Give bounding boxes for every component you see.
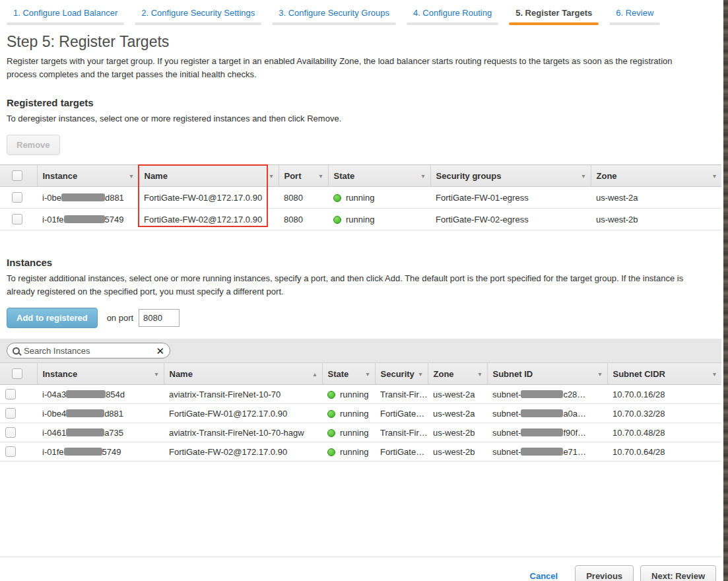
col-header-name[interactable]: Name▴ xyxy=(164,363,322,385)
subnet-id-cell: subnet-c28… xyxy=(487,385,607,404)
running-status-icon xyxy=(327,429,335,437)
search-box[interactable]: ✕ xyxy=(7,343,170,359)
row-checkbox[interactable] xyxy=(5,389,16,399)
state-cell: running xyxy=(322,442,375,461)
instance-id-cell: i-01fe5749 xyxy=(37,209,139,230)
row-checkbox[interactable] xyxy=(5,408,16,419)
security-group-cell: FortiGate-FW-01-egress xyxy=(430,187,591,209)
remove-button[interactable]: Remove xyxy=(7,135,60,155)
table-row[interactable]: i-0bed881 FortiGate-FW-01@172.17.0.90 80… xyxy=(0,187,721,209)
redaction-blob xyxy=(64,215,105,223)
clear-search-icon[interactable]: ✕ xyxy=(156,346,164,356)
window-edge-strip xyxy=(723,0,728,581)
col-header-port[interactable]: Port▾ xyxy=(279,165,328,187)
search-band: ✕ xyxy=(0,339,721,363)
next-review-button[interactable]: Next: Review xyxy=(640,565,716,581)
zone-cell: us-west-2b xyxy=(428,442,487,461)
row-checkbox[interactable] xyxy=(5,446,16,457)
col-header-zone[interactable]: Zone▾ xyxy=(428,363,487,385)
sort-caret-icon: ▾ xyxy=(154,370,158,378)
table-row[interactable]: i-0be4d881 FortiGate-FW-01@172.17.0.90 r… xyxy=(0,404,721,423)
security-group-cell: FortiGate-FW-02-egress xyxy=(430,209,591,230)
table-row[interactable]: i-01fe5749 FortiGate-FW-02@172.17.0.90 8… xyxy=(0,209,721,230)
col-header-instance[interactable]: Instance▾ xyxy=(37,363,164,385)
redaction-blob xyxy=(521,409,563,417)
tab-label: 6. Review xyxy=(609,3,660,22)
add-to-registered-button[interactable]: Add to registered xyxy=(7,308,98,328)
spacer xyxy=(0,461,721,557)
table-row[interactable]: i-0461a735 aviatrix-Transit-FireNet-10-7… xyxy=(0,423,721,442)
state-cell: running xyxy=(322,423,375,442)
table-row[interactable]: i-04a3854d aviatrix-Transit-FireNet-10-7… xyxy=(0,385,721,404)
security-cell: FortiGate… xyxy=(375,442,428,461)
tab-review[interactable]: 6. Review xyxy=(609,3,660,25)
cancel-link[interactable]: Cancel xyxy=(530,571,558,581)
tab-label: 1. Configure Load Balancer xyxy=(7,3,124,22)
col-header-state[interactable]: State▾ xyxy=(328,165,430,187)
col-header-zone[interactable]: Zone▾ xyxy=(591,165,721,187)
redaction-blob xyxy=(521,428,563,436)
instance-id-cell: i-0bed881 xyxy=(37,187,139,209)
tab-label: 3. Configure Security Groups xyxy=(272,3,396,22)
redaction-blob xyxy=(66,409,104,417)
tab-label: 5. Register Targets xyxy=(509,3,599,22)
running-status-icon xyxy=(327,448,335,456)
col-header-subnet-cidr[interactable]: Subnet CIDR▾ xyxy=(607,363,721,385)
sort-caret-icon: ▾ xyxy=(713,172,716,180)
table-row[interactable]: i-01fe5749 FortiGate-FW-02@172.17.0.90 r… xyxy=(0,442,721,461)
zone-cell: us-west-2b xyxy=(428,423,487,442)
name-cell: aviatrix-Transit-FireNet-10-70-hagw xyxy=(164,423,322,442)
sort-caret-icon: ▾ xyxy=(129,172,133,180)
tab-configure-security-settings[interactable]: 2. Configure Security Settings xyxy=(135,3,261,25)
col-header-name[interactable]: Name▾ xyxy=(139,165,279,187)
page-title: Step 5: Register Targets xyxy=(0,25,721,53)
subnet-id-cell: subnet-e71… xyxy=(487,442,607,461)
row-checkbox[interactable] xyxy=(12,214,22,224)
col-header-security[interactable]: Security▾ xyxy=(375,363,428,385)
instance-id-cell: i-01fe5749 xyxy=(37,442,164,461)
tab-underline xyxy=(7,22,124,25)
redaction-blob xyxy=(66,428,104,436)
port-cell: 8080 xyxy=(279,209,328,230)
subnet-cidr-cell: 10.70.0.48/28 xyxy=(607,423,721,442)
col-header-instance[interactable]: Instance▾ xyxy=(37,165,139,187)
previous-button[interactable]: Previous xyxy=(575,565,634,581)
redaction-blob xyxy=(521,448,563,456)
subnet-id-cell: subnet-a0a… xyxy=(487,404,607,423)
security-cell: Transit-Fir… xyxy=(375,385,428,404)
table-header-row: Instance▾ Name▾ Port▾ State▾ Security gr… xyxy=(0,165,721,187)
sort-caret-icon: ▾ xyxy=(713,370,716,378)
running-status-icon xyxy=(333,194,341,202)
zone-cell: us-west-2b xyxy=(591,209,721,230)
tab-underline xyxy=(407,22,498,25)
registered-targets-table: Instance▾ Name▾ Port▾ State▾ Security gr… xyxy=(0,164,721,230)
port-input[interactable] xyxy=(139,309,180,327)
subnet-cidr-cell: 10.70.0.16/28 xyxy=(607,385,721,404)
tab-register-targets[interactable]: 5. Register Targets xyxy=(509,3,599,25)
sort-caret-icon: ▾ xyxy=(418,370,422,378)
state-cell: running xyxy=(322,404,375,423)
col-header-subnet-id[interactable]: Subnet ID▾ xyxy=(487,363,607,385)
col-header-state[interactable]: State▾ xyxy=(322,363,375,385)
instances-description: To register additional instances, select… xyxy=(0,268,721,298)
register-targets-page: 1. Configure Load Balancer 2. Configure … xyxy=(0,0,728,581)
tab-configure-routing[interactable]: 4. Configure Routing xyxy=(407,3,498,25)
search-input[interactable] xyxy=(24,346,156,356)
registered-targets-heading: Registered targets xyxy=(0,81,721,108)
redaction-blob xyxy=(66,390,106,398)
sort-asc-caret-icon: ▴ xyxy=(313,370,316,378)
row-checkbox[interactable] xyxy=(12,192,22,203)
tab-configure-load-balancer[interactable]: 1. Configure Load Balancer xyxy=(7,3,124,25)
row-checkbox[interactable] xyxy=(5,427,16,438)
select-all-checkbox[interactable] xyxy=(12,368,22,379)
name-cell: FortiGate-FW-02@172.17.0.90 xyxy=(139,209,279,230)
zone-cell: us-west-2a xyxy=(428,404,487,423)
col-header-security-groups[interactable]: Security groups▾ xyxy=(430,165,591,187)
page-description: Register targets with your target group.… xyxy=(0,53,700,81)
tab-label: 4. Configure Routing xyxy=(407,3,498,22)
instance-id-cell: i-0be4d881 xyxy=(37,404,164,423)
name-cell: FortiGate-FW-01@172.17.0.90 xyxy=(164,404,322,423)
select-all-checkbox[interactable] xyxy=(12,170,22,181)
tab-configure-security-groups[interactable]: 3. Configure Security Groups xyxy=(272,3,396,25)
redaction-blob xyxy=(61,193,105,201)
